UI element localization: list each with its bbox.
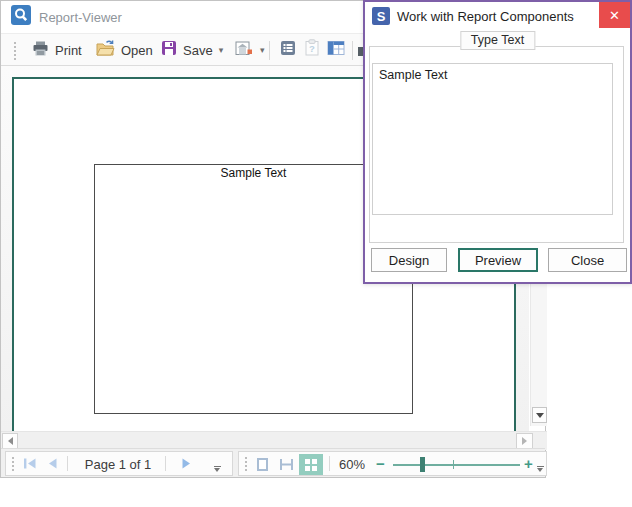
zoom-overflow-button[interactable]: [535, 466, 545, 472]
previous-page-button[interactable]: [43, 454, 63, 473]
scroll-right-button[interactable]: [516, 433, 533, 449]
page-setup-caret-icon[interactable]: ▾: [260, 46, 265, 55]
multiple-pages-icon: [305, 459, 317, 471]
next-page-button[interactable]: [176, 454, 196, 473]
page-setup-button[interactable]: ▾: [230, 37, 269, 63]
groupbox-legend: Type Text: [460, 31, 535, 50]
zoom-out-button[interactable]: −: [374, 455, 387, 473]
text-input-area[interactable]: Sample Text: [372, 63, 613, 215]
design-button[interactable]: Design: [371, 248, 447, 272]
dialog-close-button[interactable]: ✕: [599, 2, 630, 28]
zoom-slider-track[interactable]: [393, 464, 520, 466]
zoom-value: 60%: [335, 457, 369, 472]
single-page-view-button[interactable]: [252, 454, 273, 475]
open-folder-icon: [95, 39, 115, 61]
close-button[interactable]: Close: [548, 248, 627, 272]
work-with-report-components-dialog: S Work with Report Components ✕ Type Tex…: [363, 0, 632, 284]
toolbar-separator: [352, 41, 353, 60]
print-button[interactable]: Print: [28, 37, 86, 63]
pager-grip[interactable]: [11, 456, 15, 472]
zoom-in-button[interactable]: +: [522, 455, 535, 473]
zoom-separator: [329, 456, 330, 471]
window-title: Report-Viewer: [39, 10, 122, 25]
house-page-icon: [234, 39, 254, 61]
pager-toolbar: Page 1 of 1: [5, 451, 233, 476]
scroll-down-button[interactable]: [532, 407, 547, 423]
single-page-icon: [257, 458, 268, 471]
close-icon: ✕: [609, 8, 620, 23]
arrow-down-icon: [536, 413, 544, 418]
dialog-title: Work with Report Components: [397, 9, 574, 24]
table-editor-button[interactable]: [323, 37, 349, 63]
dialog-titlebar[interactable]: S Work with Report Components ✕: [365, 2, 630, 30]
open-button[interactable]: Open: [91, 37, 157, 63]
clipboard-question-icon: ?: [304, 39, 320, 61]
save-label: Save: [183, 43, 213, 58]
svg-text:?: ?: [309, 43, 315, 54]
continuous-view-button[interactable]: [276, 454, 297, 475]
status-bar: Page 1 of 1: [1, 448, 545, 477]
screenshot-root: Report-Viewer Print: [0, 0, 632, 507]
clipboard-question-button[interactable]: ?: [300, 37, 324, 63]
print-label: Print: [55, 43, 82, 58]
page-indicator: Page 1 of 1: [70, 457, 166, 472]
multiple-pages-view-button[interactable]: [299, 454, 323, 475]
parameters-panel-button[interactable]: [275, 37, 301, 63]
save-button[interactable]: Save ▾: [157, 37, 227, 63]
magnifier-app-icon: [11, 5, 31, 29]
arrow-left-icon: [8, 437, 13, 445]
magnifier-app-icon-svg: [11, 5, 31, 25]
zoom-slider-thumb[interactable]: [420, 457, 425, 472]
zoom-toolbar: 60% − +: [238, 451, 547, 476]
save-dropdown-caret-icon[interactable]: ▾: [219, 46, 224, 55]
pager-separator: [67, 456, 68, 471]
first-page-button[interactable]: [20, 454, 40, 473]
zoom-grip[interactable]: [244, 456, 248, 472]
printer-icon: [32, 40, 49, 61]
pager-overflow-button[interactable]: [212, 466, 222, 472]
list-panel-icon: [279, 39, 297, 61]
scroll-left-button[interactable]: [2, 433, 18, 449]
open-label: Open: [121, 43, 153, 58]
zoom-slider-tick: [453, 460, 454, 469]
stimulsoft-logo-icon: S: [372, 7, 390, 25]
toolbar-separator: [269, 41, 270, 60]
arrow-right-icon: [522, 437, 527, 445]
toolbar-grip[interactable]: [13, 41, 17, 60]
pager-separator: [165, 456, 166, 471]
table-grid-icon: [327, 40, 345, 60]
preview-button[interactable]: Preview: [458, 248, 538, 272]
save-floppy-icon: [161, 40, 177, 60]
continuous-pages-icon: [279, 458, 294, 471]
